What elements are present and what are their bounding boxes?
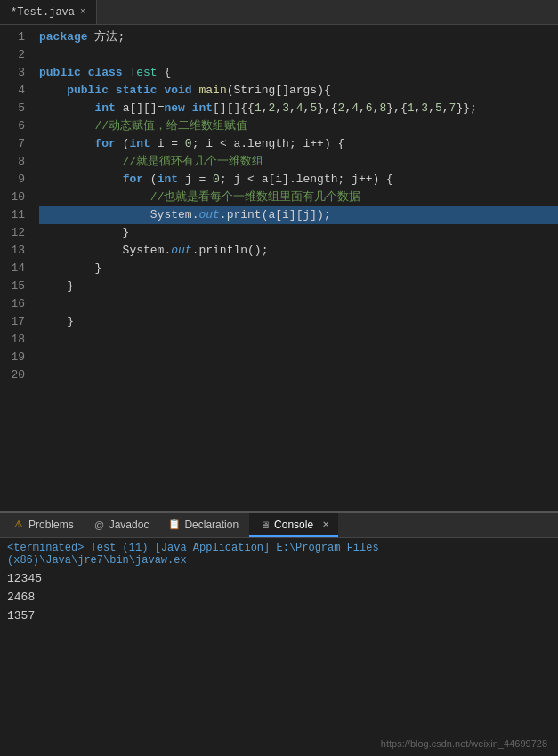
code-line: System.out.print(a[i][j]); [39, 206, 558, 224]
code-line: } [39, 224, 558, 242]
code-line: } [39, 277, 558, 295]
code-line: } [39, 260, 558, 277]
declaration-label: Declaration [184, 519, 239, 531]
code-line: public static void main(String[]args){ [39, 82, 558, 100]
editor-tab[interactable]: *Test.java × [0, 0, 97, 24]
tab-problems[interactable]: ⚠ Problems [4, 513, 83, 537]
code-line: for (int i = 0; i < a.length; i++) { [39, 135, 558, 153]
code-line: public class Test { [39, 64, 558, 82]
bottom-panel: ⚠ Problems @ Javadoc 📋 Declaration 🖥 Con… [0, 511, 558, 756]
watermark: https://blog.csdn.net/weixin_44699728 [381, 738, 547, 749]
line-numbers: 1234567891011121314151617181920 [0, 25, 32, 511]
console-terminated-line: <terminated> Test (11) [Java Application… [7, 542, 551, 567]
tab-close-icon[interactable]: × [80, 7, 85, 17]
code-line: //动态赋值，给二维数组赋值 [39, 117, 558, 135]
editor-area: *Test.java × 123456789101112131415161718… [0, 0, 558, 511]
javadoc-label: Javadoc [109, 519, 150, 531]
tab-label: *Test.java [11, 6, 75, 19]
javadoc-icon: @ [93, 519, 106, 531]
console-label: Console [274, 519, 313, 531]
console-output: 1234524681357 [7, 570, 551, 625]
declaration-icon: 📋 [168, 519, 181, 531]
code-line [39, 46, 558, 64]
code-line: //就是循环有几个一维数组 [39, 153, 558, 171]
code-line [39, 295, 558, 313]
panel-tab-bar: ⚠ Problems @ Javadoc 📋 Declaration 🖥 Con… [0, 513, 558, 538]
tab-declaration[interactable]: 📋 Declaration [159, 513, 247, 537]
code-line: for (int j = 0; j < a[i].length; j++) { [39, 171, 558, 189]
tab-javadoc[interactable]: @ Javadoc [85, 513, 158, 537]
code-line: package 方法; [39, 28, 558, 46]
console-icon: 🖥 [258, 519, 271, 531]
tab-bar: *Test.java × [0, 0, 558, 25]
code-content: package 方法; public class Test { public s… [32, 25, 558, 511]
code-line [39, 366, 558, 384]
console-close-icon[interactable]: ✕ [322, 519, 329, 529]
code-container[interactable]: 1234567891011121314151617181920 package … [0, 25, 558, 511]
code-line: System.out.println(); [39, 242, 558, 260]
code-line: } [39, 313, 558, 331]
code-line: //也就是看每个一维数组里面有几个数据 [39, 189, 558, 206]
problems-label: Problems [28, 519, 74, 531]
code-line [39, 331, 558, 349]
console-content: <terminated> Test (11) [Java Application… [0, 538, 558, 756]
tab-console[interactable]: 🖥 Console ✕ [249, 513, 338, 537]
code-line: int a[][]=new int[][]{{1,2,3,4,5},{2,4,6… [39, 100, 558, 117]
problems-icon: ⚠ [12, 519, 25, 531]
code-line [39, 349, 558, 366]
